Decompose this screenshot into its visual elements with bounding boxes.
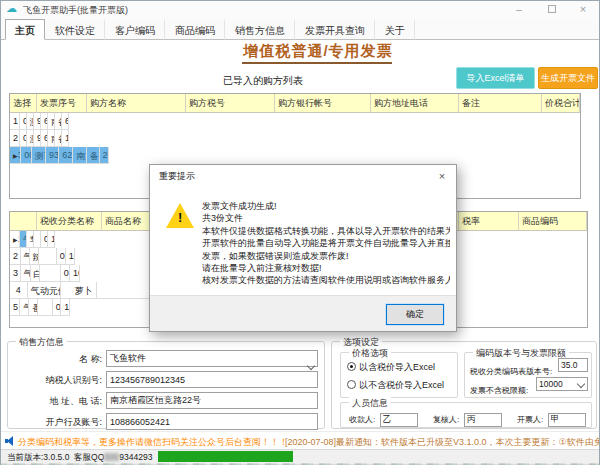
row-selector-cell[interactable]: 1 — [10, 113, 20, 130]
table-cell[interactable]: 0.13 — [61, 265, 70, 282]
table-cell[interactable]: 气动元件 — [20, 231, 27, 248]
table-cell[interactable]: 备注测试618 — [55, 130, 62, 147]
table-cell[interactable] — [38, 299, 53, 316]
table-cell[interactable]: 南京市建邺区和西大... — [48, 113, 55, 130]
table-cell[interactable]: 气动元件 — [21, 248, 30, 265]
seller-name-combo[interactable] — [106, 350, 318, 367]
table-cell[interactable]: 测试企业C — [32, 147, 46, 164]
table-cell[interactable]: 苹果 — [27, 231, 34, 248]
table-cell[interactable]: 测试企业B — [27, 130, 34, 147]
table-cell[interactable]: 1090121010... — [48, 231, 55, 248]
table-cell[interactable]: 1090121010... — [61, 299, 70, 316]
column-header[interactable]: 备注 — [459, 94, 542, 113]
row-selector-cell[interactable]: 4 — [10, 282, 28, 299]
reviewer-field[interactable] — [464, 413, 502, 427]
table-cell[interactable]: 0.13 — [57, 248, 66, 265]
table-cell[interactable]: 0003 — [21, 147, 31, 164]
row-selector-cell[interactable]: ▶3 — [10, 147, 21, 164]
column-header[interactable]: 价税合计 — [542, 94, 580, 113]
radio-with-tax[interactable]: 以含税价导入Excel — [347, 361, 435, 374]
radio-checked-icon[interactable] — [347, 362, 356, 371]
table-cell[interactable]: 680.4 — [62, 113, 69, 130]
table-cell[interactable]: 备注测试1 — [55, 113, 62, 130]
row-selector-cell[interactable]: 2 — [10, 248, 21, 265]
blurred-qq-prefix — [104, 453, 119, 461]
table-row[interactable]: 2 0002 测试企业B 9320160557016252... 6223948… — [10, 130, 60, 147]
row-selector-cell[interactable]: 3 — [10, 265, 21, 282]
table-row[interactable]: 1 0001 测试企业A 9320160557016252... 6223948… — [10, 113, 37, 130]
column-header[interactable]: 商品编码 — [519, 212, 587, 231]
row-selector-cell[interactable]: 2 — [10, 130, 20, 147]
column-header[interactable] — [10, 212, 37, 231]
code-version-field[interactable] — [558, 358, 588, 372]
payee-field[interactable] — [380, 413, 418, 427]
tab[interactable]: 客户编码 — [105, 19, 165, 40]
table-cell[interactable]: 9320160557016250... — [46, 147, 59, 164]
table-cell[interactable]: 辣椒 — [30, 248, 39, 265]
table-cell[interactable]: 0002 — [20, 130, 27, 147]
import-excel-button[interactable]: 导入Excel清单 — [456, 67, 535, 89]
table-cell[interactable]: 备注测试618 — [87, 147, 100, 164]
bank-account-field[interactable] — [106, 413, 318, 430]
table-cell[interactable]: 气动元件 — [20, 299, 29, 316]
column-header[interactable]: 税收分类名称 — [37, 212, 102, 231]
table-row[interactable]: 5 气动元件 番茄 0.13 1090121010... — [10, 299, 70, 316]
column-header[interactable]: 税率 — [459, 212, 519, 231]
tab[interactable]: 商品编码 — [165, 19, 225, 40]
table-cell[interactable]: 2004.6 — [100, 147, 109, 164]
table-cell[interactable]: 622394856484831 — [41, 130, 48, 147]
table-row[interactable]: 2 气动元件 辣椒 0.13 1090121010... — [10, 248, 75, 265]
table-cell[interactable]: 113.4 — [62, 130, 69, 147]
dialog-close-button[interactable]: × — [434, 168, 450, 184]
row-selector-cell[interactable]: ▶1 — [10, 231, 20, 248]
close-button[interactable]: × — [568, 1, 598, 18]
table-row[interactable]: ▶1 气动元件 苹果 0.13 1090121010... — [10, 231, 37, 248]
tab[interactable]: 销售方信息 — [225, 19, 295, 40]
maximize-button[interactable] — [537, 1, 567, 18]
table-cell[interactable]: 1090121010... — [66, 248, 75, 265]
table-cell[interactable]: 南京市建邺区和西大... — [48, 130, 55, 147]
table-cell[interactable] — [40, 265, 60, 282]
radio-unchecked-icon[interactable] — [347, 380, 356, 389]
drawer-field[interactable] — [548, 413, 586, 427]
table-cell[interactable]: 萝卜 — [61, 282, 97, 299]
minimize-button[interactable]: – — [504, 1, 534, 18]
generate-invoice-file-button[interactable]: 生成开票文件 — [538, 67, 598, 89]
tab[interactable]: 主页 — [5, 19, 45, 40]
dialog-title-bar[interactable]: 重要提示 × — [150, 165, 456, 187]
table-cell[interactable]: 番茄 — [29, 299, 38, 316]
table-cell[interactable]: 测试企业A — [27, 113, 34, 130]
column-header[interactable]: 选择 — [10, 94, 37, 113]
table-row[interactable]: 3 气动元件 白菜 0.13 1090121010... — [10, 265, 80, 282]
address-phone-field[interactable] — [106, 392, 318, 409]
table-cell[interactable]: 气动元件 — [28, 282, 61, 299]
table-cell[interactable]: 9320160557016252... — [34, 113, 41, 130]
table-cell[interactable] — [39, 248, 57, 265]
table-cell[interactable]: 9320160557016252... — [34, 130, 41, 147]
table-row[interactable]: ▶3 0003 测试企业C 9320160557016250... 622394… — [10, 147, 109, 164]
row-selector-cell[interactable]: 5 — [10, 299, 20, 316]
table-cell[interactable] — [34, 231, 41, 248]
column-header[interactable]: 购方名称 — [87, 94, 186, 113]
table-cell[interactable]: 0.13 — [53, 299, 62, 316]
table-cell[interactable]: 0001 — [20, 113, 27, 130]
table-cell[interactable]: 622394856484831 — [59, 147, 73, 164]
tab[interactable]: 软件设定 — [45, 19, 105, 40]
column-header[interactable]: 发票序号 — [37, 94, 87, 113]
tab[interactable]: 关于 — [375, 19, 415, 40]
table-cell[interactable]: 南京市建邺区和西大... — [73, 147, 86, 164]
tab[interactable]: 发票开具查询 — [295, 19, 375, 40]
taxpayer-id-field[interactable] — [106, 371, 318, 388]
column-header[interactable]: 购方税号 — [186, 94, 275, 113]
table-cell[interactable]: 0.13 — [41, 231, 48, 248]
table-cell[interactable]: 气动元件 — [21, 265, 31, 282]
ok-button[interactable]: 确定 — [386, 304, 444, 325]
radio-without-tax[interactable]: 以不含税价导入Excel — [347, 379, 444, 392]
column-header[interactable]: 购方银行帐号 — [275, 94, 371, 113]
price-group-legend: 价格选项 — [349, 347, 391, 360]
table-cell[interactable]: 白菜 — [31, 265, 41, 282]
column-header[interactable]: 购方地址电话 — [371, 94, 459, 113]
table-cell[interactable]: 1090121010... — [70, 265, 80, 282]
title-bar[interactable]: ☁ 飞鱼开票助手(批量开票版) – × — [1, 1, 599, 19]
table-cell[interactable]: 622394856484839 — [41, 113, 48, 130]
